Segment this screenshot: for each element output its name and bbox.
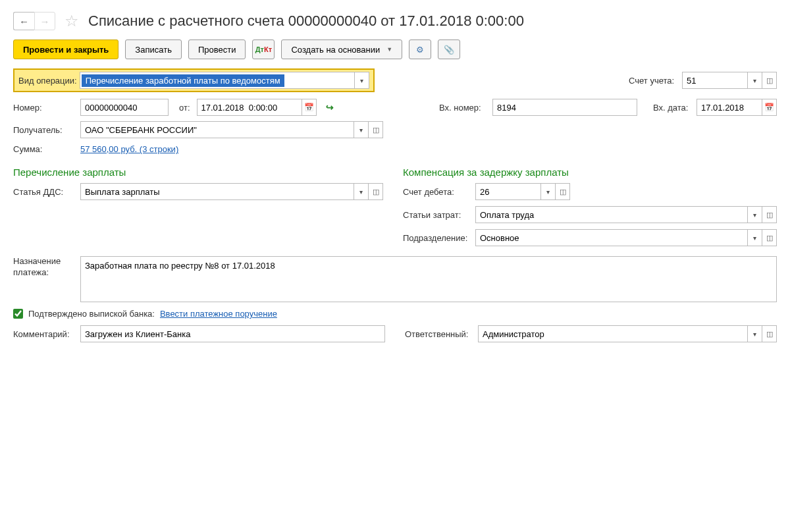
recipient-input[interactable]	[80, 121, 354, 138]
department-input[interactable]	[475, 229, 748, 246]
operation-type-dropdown[interactable]	[355, 72, 369, 89]
comment-label: Комментарий:	[13, 329, 80, 339]
debit-account-open[interactable]	[556, 183, 570, 200]
account-input[interactable]	[682, 72, 748, 89]
responsible-label: Ответственный:	[405, 329, 474, 339]
section-compensation: Компенсация за задержку зарплаты	[403, 167, 777, 178]
in-date-calendar-button[interactable]	[762, 99, 777, 116]
dds-open[interactable]	[369, 183, 383, 200]
paperclip-icon	[444, 45, 454, 55]
recipient-label: Получатель:	[13, 125, 80, 135]
in-date-input[interactable]	[697, 99, 762, 116]
save-button[interactable]: Записать	[125, 40, 182, 59]
toolbar: Провести и закрыть Записать Провести ДтК…	[13, 40, 777, 59]
number-label: Номер:	[13, 103, 80, 113]
attach-button[interactable]	[438, 40, 460, 59]
debit-account-input[interactable]	[475, 183, 541, 200]
header: ← → ☆ Списание с расчетного счета 000000…	[13, 12, 777, 30]
purpose-textarea[interactable]	[80, 256, 777, 302]
confirmed-label: Подтверждено выпиской банка:	[28, 309, 155, 319]
department-label: Подразделение:	[403, 233, 475, 243]
cost-items-dropdown[interactable]	[748, 206, 762, 223]
favorite-star-icon[interactable]: ☆	[65, 12, 79, 30]
confirmed-checkbox[interactable]	[13, 309, 23, 319]
responsible-input[interactable]	[478, 325, 748, 342]
in-number-input[interactable]	[492, 99, 637, 116]
enter-payment-order-link[interactable]: Ввести платежное поручение	[160, 309, 277, 319]
chevron-down-icon: ▼	[386, 46, 392, 53]
department-dropdown[interactable]	[748, 229, 762, 246]
page-title: Списание с расчетного счета 00000000040 …	[88, 13, 524, 30]
cost-items-input[interactable]	[475, 206, 748, 223]
cost-items-label: Статьи затрат:	[403, 210, 475, 220]
operation-type-label: Вид операции:	[18, 76, 77, 86]
responsible-open[interactable]	[762, 325, 777, 342]
department-open[interactable]	[762, 229, 777, 246]
date-calendar-button[interactable]	[302, 99, 317, 116]
back-button[interactable]: ←	[13, 12, 34, 30]
in-date-label: Вх. дата:	[653, 103, 693, 113]
dtkt-button[interactable]: ДтКт	[252, 40, 275, 59]
sum-label: Сумма:	[13, 144, 80, 154]
comment-input[interactable]	[80, 325, 385, 342]
debit-account-dropdown[interactable]	[541, 183, 556, 200]
sum-link[interactable]: 57 560,00 руб. (3 строки)	[80, 144, 178, 154]
purpose-label: Назначение платежа:	[13, 256, 80, 279]
account-open[interactable]	[762, 72, 777, 89]
debit-account-label: Счет дебета:	[403, 187, 475, 197]
date-from-label: от:	[179, 103, 190, 113]
dds-input[interactable]	[80, 183, 354, 200]
create-on-basis-button[interactable]: Создать на основании▼	[281, 40, 402, 59]
in-number-label: Вх. номер:	[439, 103, 488, 113]
responsible-dropdown[interactable]	[748, 325, 762, 342]
recipient-dropdown[interactable]	[354, 121, 369, 138]
operation-type-input[interactable]: Перечисление заработной платы по ведомос…	[80, 72, 355, 89]
cost-items-open[interactable]	[762, 206, 777, 223]
operation-type-group: Вид операции: Перечисление заработной пл…	[13, 68, 375, 92]
nav-group: ← →	[13, 12, 55, 30]
forward-button[interactable]: →	[34, 12, 55, 30]
structure-button[interactable]	[409, 40, 431, 59]
account-label: Счет учета:	[629, 76, 678, 86]
post-and-close-button[interactable]: Провести и закрыть	[13, 40, 118, 59]
dtkt-icon: ДтКт	[255, 45, 272, 53]
structure-icon	[416, 45, 424, 55]
dds-dropdown[interactable]	[354, 183, 369, 200]
recipient-open[interactable]	[369, 121, 383, 138]
dds-label: Статья ДДС:	[13, 187, 80, 197]
export-icon[interactable]	[326, 102, 334, 113]
account-dropdown[interactable]	[748, 72, 762, 89]
number-input[interactable]	[80, 99, 169, 116]
date-input[interactable]	[197, 99, 302, 116]
section-salary-transfer: Перечисление зарплаты	[13, 167, 383, 178]
post-button[interactable]: Провести	[188, 40, 246, 59]
